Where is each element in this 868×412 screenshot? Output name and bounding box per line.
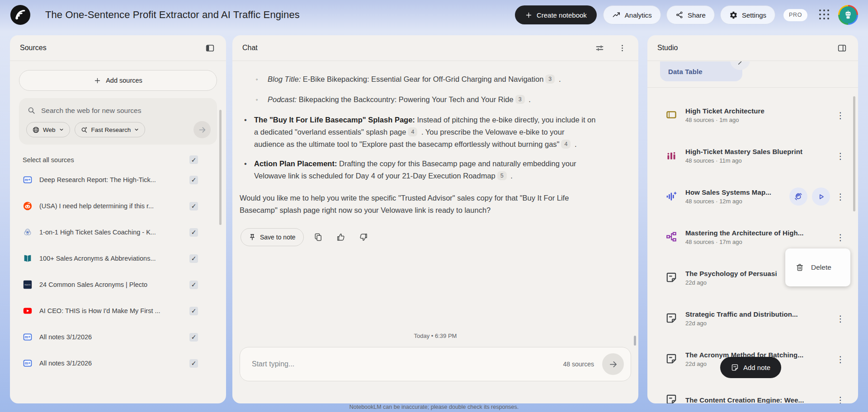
chat-sub-bullet: ◦Podcast: Bikepacking the Backcountry: P… (256, 94, 596, 106)
source-checkbox[interactable]: ✓ (189, 281, 198, 289)
add-sources-button[interactable]: Add sources (19, 70, 217, 91)
thumb-down-icon[interactable] (355, 229, 372, 245)
source-row[interactable]: 100+ Sales Acronyms & Abbreviations...✓ (19, 245, 217, 272)
studio-item-title: Strategic Traffic and Distribution... (685, 310, 835, 318)
source-title: (USA) I need help determining if this r.… (39, 202, 189, 210)
assistant-message: ◦Blog Title: E-Bike Bikepacking: Essenti… (240, 73, 596, 216)
thumb-up-icon[interactable] (333, 229, 349, 245)
interactive-mode-button[interactable] (789, 187, 807, 206)
select-all-checkbox[interactable]: ✓ (189, 155, 198, 164)
message-actions-row: Save to note (241, 228, 620, 246)
web-search-card: Search the web for new sources Web Fast … (19, 98, 217, 145)
add-note-button[interactable]: Add note (720, 357, 781, 378)
collapse-studio-panel-icon[interactable] (835, 42, 848, 54)
gear-icon (729, 11, 738, 19)
source-title: 100+ Sales Acronyms & Abbreviations... (39, 255, 189, 262)
create-notebook-button[interactable]: Create notebook (515, 5, 597, 24)
studio-item-more-icon[interactable]: ⋮ (835, 395, 846, 404)
source-row[interactable]: (USA) I need help determining if this r.… (19, 193, 217, 219)
chat-message-area[interactable]: ◦Blog Title: E-Bike Bikepacking: Essenti… (232, 61, 638, 329)
source-checkbox[interactable]: ✓ (189, 359, 198, 368)
copy-icon[interactable] (310, 229, 326, 245)
plus-icon (94, 77, 101, 84)
source-checkbox[interactable]: ✓ (189, 176, 198, 184)
sources-count-label: 48 sources (563, 360, 594, 368)
bullet-marker: ◦ (256, 94, 268, 106)
chat-more-options-icon[interactable] (616, 42, 628, 54)
source-checkbox[interactable]: ✓ (189, 202, 198, 211)
source-checkbox[interactable]: ✓ (189, 228, 198, 237)
search-submit-button[interactable] (193, 121, 211, 138)
citation-chip[interactable]: 3 (515, 95, 525, 104)
notebooklm-note-icon: m+ (23, 358, 33, 368)
pro-badge: PRO (783, 9, 807, 21)
source-checkbox[interactable]: ✓ (189, 254, 198, 263)
citation-chip[interactable]: 4 (561, 140, 571, 149)
sources-scrollbar[interactable] (219, 110, 222, 225)
studio-item-more-icon[interactable]: ⋮ (835, 354, 846, 365)
disclaimer-text: NotebookLM can be inaccurate; please dou… (0, 404, 868, 410)
collapse-sources-panel-icon[interactable] (203, 42, 216, 54)
google-apps-grid-icon[interactable] (819, 9, 830, 20)
research-mode-chip[interactable]: Fast Research (75, 122, 146, 137)
play-button[interactable] (812, 187, 830, 206)
sources-panel-title: Sources (20, 44, 47, 52)
chat-text: Podcast: Bikepacking the Backcountry: Po… (268, 94, 531, 106)
source-row[interactable]: PLECTO24 Common Sales Acronyms | Plecto✓ (19, 272, 217, 298)
source-row[interactable]: AI CEO: THIS is How I'd Make My First ..… (19, 298, 217, 324)
source-row[interactable]: m+All notes 3/1/2026✓ (19, 350, 217, 376)
settings-button[interactable]: Settings (720, 5, 775, 24)
data-table-tile[interactable]: Data Table (660, 61, 742, 81)
studio-item-row[interactable]: Strategic Traffic and Distribution...22d… (647, 298, 858, 339)
save-to-note-button[interactable]: Save to note (241, 228, 304, 246)
citation-chip[interactable]: 5 (497, 171, 507, 180)
studio-item-more-icon[interactable]: ⋮ (835, 314, 846, 324)
studio-item-more-icon[interactable]: ⋮ (835, 151, 846, 161)
analytics-button[interactable]: Analytics (603, 5, 661, 24)
note-icon (665, 312, 678, 325)
citation-chip[interactable]: 4 (408, 127, 417, 136)
studio-item-text: How Sales Systems Map...48 sources · 12m… (685, 188, 789, 205)
notebooklm-note-icon: m+ (23, 175, 33, 185)
source-row[interactable]: m+Deep Research Report: The High-Tick...… (19, 167, 217, 193)
book-icon (23, 253, 33, 263)
studio-item-text: Strategic Traffic and Distribution...22d… (685, 310, 835, 327)
search-input[interactable]: Search the web for new sources (26, 105, 211, 121)
user-avatar[interactable] (838, 5, 858, 25)
chat-panel-title: Chat (242, 44, 258, 52)
context-menu-delete[interactable]: Delete (785, 248, 850, 286)
bullet-marker: • (244, 114, 254, 150)
studio-item-row[interactable]: How Sales Systems Map...48 sources · 12m… (647, 176, 858, 217)
citation-chip[interactable]: 3 (545, 75, 555, 84)
select-all-sources-row: Select all sources ✓ (23, 155, 217, 164)
source-title: AI CEO: THIS is How I'd Make My First ..… (39, 307, 189, 314)
youtube-icon (23, 306, 33, 316)
sources-list: m+Deep Research Report: The High-Tick...… (19, 167, 217, 376)
share-button[interactable]: Share (666, 5, 715, 24)
studio-item-row[interactable]: High-Ticket Mastery Sales Blueprint48 so… (647, 136, 858, 176)
chat-text: Action Plan Placement: Drafting the copy… (254, 158, 596, 182)
sources-panel: Sources Add sources Search the web for n… (10, 35, 226, 403)
source-row[interactable]: 1-on-1 High Ticket Sales Coaching - K...… (19, 219, 217, 245)
studio-panel-title: Studio (657, 44, 678, 52)
studio-item-more-icon[interactable]: ⋮ (835, 232, 846, 243)
chat-input[interactable]: Start typing... 48 sources (240, 347, 631, 381)
source-checkbox[interactable]: ✓ (189, 307, 198, 315)
source-row[interactable]: m+All notes 3/1/2026✓ (19, 324, 217, 350)
send-message-button[interactable] (602, 353, 624, 375)
studio-item-meta: 48 sources · 11m ago (685, 157, 835, 164)
globe-icon (32, 126, 40, 134)
studio-item-row[interactable]: The Content Creation Engine: Wee...⋮ (647, 379, 858, 403)
chat-settings-tune-icon[interactable] (593, 42, 606, 54)
chat-text: Would you like me to help you write the … (240, 194, 569, 214)
studio-scrollbar[interactable] (853, 96, 855, 211)
chat-scrollbar[interactable] (634, 336, 636, 346)
chat-sub-bullet: ◦Blog Title: E-Bike Bikepacking: Essenti… (256, 73, 596, 85)
studio-item-row[interactable]: High Ticket Architecture48 sources · 1m … (647, 95, 858, 136)
web-filter-chip[interactable]: Web (26, 122, 70, 137)
bullet-marker: • (244, 158, 254, 182)
source-checkbox[interactable]: ✓ (189, 333, 198, 342)
studio-item-more-icon[interactable]: ⋮ (835, 192, 846, 202)
studio-item-more-icon[interactable]: ⋮ (835, 110, 846, 121)
notebooklm-logo-icon[interactable] (10, 5, 31, 25)
